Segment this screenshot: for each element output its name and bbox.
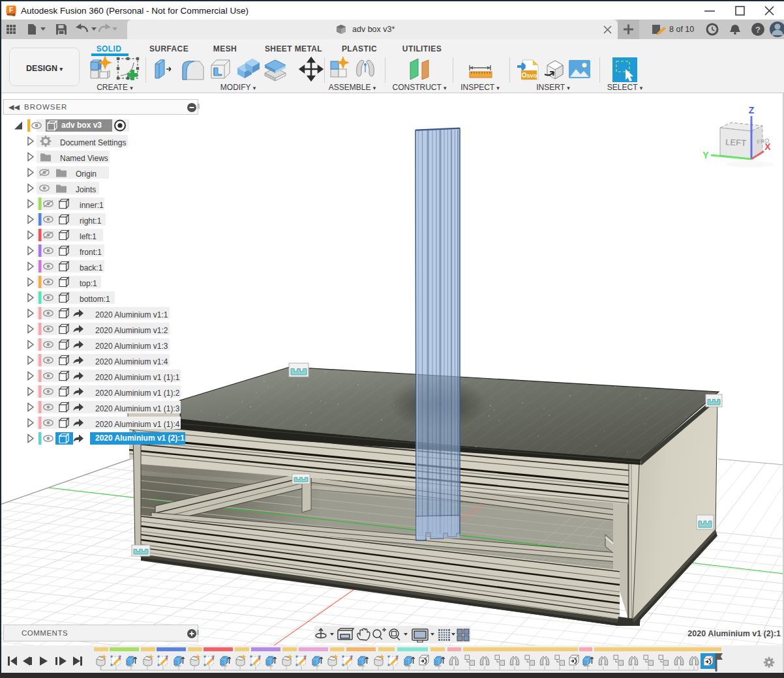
svg-text:SVG: SVG: [527, 73, 537, 79]
svg-text:F: F: [9, 7, 13, 14]
svg-text:?: ?: [755, 25, 761, 35]
svg-text:Z: Z: [749, 105, 755, 115]
svg-text:2020 Aluminium v1 (2):1: 2020 Aluminium v1 (2):1: [687, 629, 781, 638]
svg-text:Y: Y: [702, 150, 709, 160]
svg-text:LEFT: LEFT: [725, 137, 747, 148]
svg-text:adv box v3*: adv box v3*: [352, 25, 395, 34]
svg-text:8 of 10: 8 of 10: [669, 25, 694, 34]
svg-text:X: X: [764, 141, 771, 152]
svg-text:360: 360: [9, 14, 13, 17]
